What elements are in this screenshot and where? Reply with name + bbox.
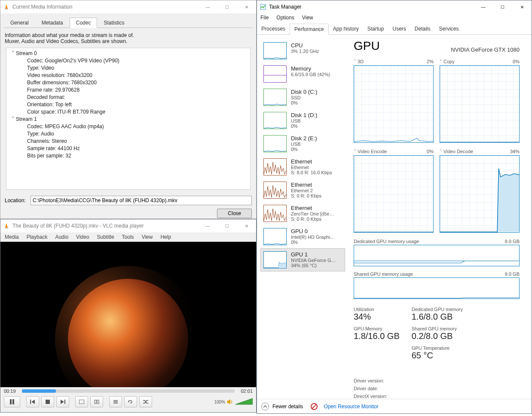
menu-file[interactable]: File: [260, 15, 269, 21]
expand-icon[interactable]: ˅: [10, 116, 16, 123]
tab-processes[interactable]: Processes: [257, 24, 290, 34]
tm-titlebar[interactable]: Task Manager — ☐ ✕: [257, 0, 532, 13]
fullscreen-button[interactable]: [75, 396, 88, 407]
codec-property[interactable]: Type: Video: [27, 65, 247, 72]
sidebar-item-ethernet[interactable]: EthernetZeroTier One [d5e…S: 0 R: 0 Kbps: [260, 202, 345, 225]
close-button[interactable]: ✕: [237, 219, 256, 232]
minimize-button[interactable]: —: [198, 219, 217, 232]
fewer-details-link[interactable]: Fewer details: [272, 404, 303, 410]
sidebar-item-cpu[interactable]: CPU3% 1.20 GHz: [260, 39, 345, 62]
close-button[interactable]: ✕: [237, 0, 256, 13]
tab-users[interactable]: Users: [388, 24, 410, 34]
gpu-chart-copy[interactable]: [440, 65, 520, 143]
menu-options[interactable]: Options: [276, 15, 294, 21]
tab-startup[interactable]: Startup: [363, 24, 388, 34]
maximize-button[interactable]: ☐: [493, 0, 512, 13]
no-symbol-icon: [311, 403, 318, 410]
menu-media[interactable]: Media: [5, 234, 19, 240]
tab-statistics[interactable]: Statistics: [97, 18, 131, 28]
loop-button[interactable]: [124, 396, 137, 407]
svg-rect-1: [5, 9, 8, 9]
tm-footer: Fewer details Open Resource Monitor: [257, 399, 532, 413]
sidebar-item-disk-0-c-[interactable]: Disk 0 (C:)SSD0%: [260, 86, 345, 109]
codec-property[interactable]: Buffer dimensions: 7680x3200: [27, 79, 247, 86]
tab-app-history[interactable]: App history: [329, 24, 363, 34]
previous-button[interactable]: [26, 396, 39, 407]
menu-video[interactable]: Video: [76, 234, 89, 240]
playlist-button[interactable]: [109, 396, 122, 407]
tab-metadata[interactable]: Metadata: [35, 18, 70, 28]
volume-slider[interactable]: [235, 398, 253, 405]
chevron-up-icon[interactable]: [261, 403, 269, 410]
sidebar-item-memory[interactable]: Memory6.6/15.9 GB (42%): [260, 62, 345, 86]
tab-codec[interactable]: Codec: [70, 18, 98, 28]
sidebar-item-disk-2-e-[interactable]: Disk 2 (E:)USB0%: [260, 132, 345, 155]
menu-playback[interactable]: Playback: [27, 234, 48, 240]
chart-label[interactable]: Copy: [440, 59, 455, 65]
tab-details[interactable]: Details: [410, 24, 435, 34]
pause-button[interactable]: [4, 396, 20, 407]
codec-property[interactable]: Decoded format:: [27, 94, 247, 101]
extended-settings-button[interactable]: [90, 396, 103, 407]
shuffle-button[interactable]: [139, 396, 152, 407]
minimize-button[interactable]: —: [198, 0, 217, 13]
menu-subtitle[interactable]: Subtitle: [97, 234, 114, 240]
shared-mem-chart[interactable]: [354, 277, 520, 299]
svg-rect-9: [30, 400, 31, 404]
next-button[interactable]: [56, 396, 69, 407]
codec-property[interactable]: Orientation: Top left: [27, 101, 247, 108]
close-button[interactable]: ✕: [512, 0, 532, 13]
thumbnail-chart: [263, 89, 287, 106]
codec-property[interactable]: Sample rate: 44100 Hz: [27, 145, 247, 152]
maximize-button[interactable]: ☐: [217, 219, 237, 232]
gpu-chart-video-decode[interactable]: [440, 155, 520, 233]
codec-tree[interactable]: ˅Stream 0Codec: Google/On2's VP9 Video (…: [6, 48, 251, 190]
codec-property[interactable]: Type: Audio: [27, 130, 247, 138]
sidebar-item-ethernet[interactable]: EthernetEthernetS: 8.0 R: 16.0 Kbps: [260, 155, 345, 179]
tab-general[interactable]: General: [4, 18, 35, 28]
menu-audio[interactable]: Audio: [55, 234, 68, 240]
codec-property[interactable]: Codec: Google/On2's VP9 Video (VP90): [27, 57, 247, 65]
video-area[interactable]: [0, 242, 256, 387]
sidebar-item-gpu-0[interactable]: GPU 0Intel(R) HD Graphi…0%: [260, 225, 345, 248]
maximize-button[interactable]: ☐: [217, 0, 237, 13]
open-resource-monitor-link[interactable]: Open Resource Monitor: [324, 404, 378, 410]
current-time: 00:19: [4, 388, 19, 394]
stream-header[interactable]: Stream 1: [16, 116, 37, 123]
sidebar-item-gpu-1[interactable]: GPU 1NVIDIA GeForce G…34% (65 °C): [260, 248, 345, 271]
menu-view[interactable]: View: [302, 15, 313, 21]
menu-help[interactable]: Help: [160, 234, 171, 240]
codec-property[interactable]: Channels: Stereo: [27, 138, 247, 145]
sidebar-item-ethernet[interactable]: EthernetEthernet 2S: 0 R: 0 Kbps: [260, 179, 345, 202]
tab-performance[interactable]: Performance: [290, 24, 329, 35]
codec-property[interactable]: Video resolution: 7680x3200: [27, 72, 247, 79]
chart-label[interactable]: Video Encode: [354, 149, 387, 154]
vlc-menubar: MediaPlaybackAudioVideoSubtitleToolsView…: [0, 232, 256, 242]
location-input[interactable]: [31, 196, 252, 205]
volume-control[interactable]: 100%: [214, 398, 253, 405]
menu-tools[interactable]: Tools: [122, 234, 134, 240]
gpu-chart-3d[interactable]: [354, 65, 434, 143]
vlc-info-titlebar[interactable]: Current Media Information — ☐ ✕: [0, 0, 256, 13]
chart-label[interactable]: 3D: [354, 59, 364, 65]
vlc-player-titlebar[interactable]: The Beauty of 8K (FUHD 4320p).mkv - VLC …: [0, 219, 256, 232]
stream-header[interactable]: Stream 0: [16, 50, 37, 57]
close-button[interactable]: Close: [217, 209, 252, 218]
seek-track[interactable]: [22, 389, 235, 393]
chart-label[interactable]: Video Decode: [440, 149, 473, 154]
codec-property[interactable]: Codec: MPEG AAC Audio (mp4a): [27, 123, 247, 130]
codec-property[interactable]: Color space: ITU-R BT.709 Range: [27, 108, 247, 116]
stop-button[interactable]: [41, 396, 54, 407]
menu-view[interactable]: View: [142, 234, 153, 240]
expand-icon[interactable]: ˅: [10, 50, 16, 57]
thumbnail-chart: [263, 205, 287, 222]
gpu-chart-video-encode[interactable]: [354, 155, 434, 233]
sidebar-item-disk-1-d-[interactable]: Disk 1 (D:)USB0%: [260, 109, 345, 132]
minimize-button[interactable]: —: [474, 0, 493, 13]
codec-property[interactable]: Bits per sample: 32: [27, 152, 247, 160]
seek-bar[interactable]: 00:19 02:01: [4, 388, 253, 394]
codec-property[interactable]: Frame rate: 29.970628: [27, 86, 247, 94]
dedicated-mem-chart[interactable]: [354, 245, 520, 266]
tab-services[interactable]: Services: [435, 24, 463, 34]
thumbnail-chart: [263, 182, 287, 199]
